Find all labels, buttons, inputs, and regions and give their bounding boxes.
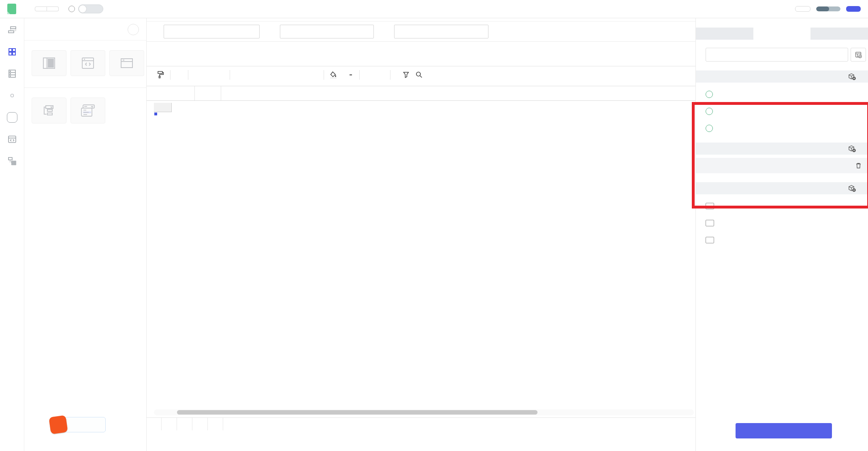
code-window-icon[interactable]: [6, 133, 18, 145]
spreadsheet-grid: [154, 103, 681, 112]
mode-edit-button[interactable]: [816, 6, 829, 11]
spreadsheet-toolbar: [147, 66, 695, 83]
left-icon-rail: [0, 18, 24, 451]
sheet-tab-active[interactable]: [208, 418, 223, 430]
decimal-type-icon: [706, 237, 714, 243]
widget-floating-row-table[interactable]: [109, 50, 144, 79]
datatable-icon[interactable]: [6, 68, 18, 80]
merge-cells-icon: [350, 74, 352, 75]
sheet-filter-bar: [147, 21, 695, 42]
magnifier-icon: [416, 71, 422, 78]
inspector-title: [696, 18, 868, 28]
widget-object-filter[interactable]: [70, 98, 105, 127]
ime-logo[interactable]: [49, 415, 68, 434]
col-setting-item[interactable]: [696, 232, 868, 249]
import-button[interactable]: [35, 6, 47, 11]
sheet-tab-bar: [147, 417, 695, 430]
col-settings-list: [696, 194, 868, 249]
cell-name-box[interactable]: [147, 86, 194, 100]
sheet-tab[interactable]: [192, 418, 208, 430]
help-icon[interactable]: [68, 6, 75, 12]
merge-cells-dropdown[interactable]: [350, 74, 353, 75]
sheet-tab[interactable]: [177, 418, 192, 430]
col-setting-item[interactable]: [696, 198, 868, 215]
funnel-icon: [403, 72, 409, 78]
filter-funnel-dropdown[interactable]: [403, 72, 410, 78]
cube-add-icon: [848, 185, 856, 192]
tab-basic-info[interactable]: [696, 28, 753, 40]
collapse-panel-button[interactable]: [128, 24, 139, 35]
font-color-dropdown[interactable]: [316, 74, 318, 75]
select-all-corner[interactable]: [154, 103, 172, 112]
edit-use-toggle: [816, 6, 840, 11]
string-type-icon: [706, 203, 714, 209]
col-setting-item[interactable]: [696, 215, 868, 232]
filter-field-period[interactable]: [696, 120, 868, 137]
widget-dynamic-table[interactable]: [32, 50, 66, 79]
horizontal-scrollbar-thumb[interactable]: [177, 410, 537, 415]
check-circle-icon: [706, 91, 713, 98]
layers-icon[interactable]: [6, 24, 18, 36]
cube-add-icon: [848, 145, 856, 152]
column-header-row: [154, 103, 681, 112]
flow-table-icon[interactable]: [6, 155, 18, 167]
js-script-icon[interactable]: [6, 111, 18, 123]
table-check-icon: [855, 51, 862, 58]
widget-dynamic-table-script[interactable]: [70, 50, 105, 79]
widget-dimension-filter[interactable]: [32, 98, 66, 127]
filter-fields-list: [696, 83, 868, 137]
filter-period-select[interactable]: [394, 25, 488, 38]
filter-field-year[interactable]: [696, 86, 868, 103]
check-circle-icon: [706, 125, 713, 132]
file-icon: [7, 4, 16, 14]
ime-toolbar: [50, 416, 106, 433]
tab-theme-style[interactable]: [810, 28, 868, 40]
toggle-knob: [79, 5, 86, 13]
inspector-panel: [695, 18, 868, 451]
selection-fill-handle[interactable]: [154, 112, 158, 116]
filter-company-select[interactable]: [164, 25, 260, 38]
formula-bar: [147, 86, 695, 101]
filter-fields-section-header[interactable]: [696, 70, 868, 83]
filter-year-select[interactable]: [280, 25, 374, 38]
cube-add-icon: [848, 73, 856, 80]
fill-color-icon: [330, 71, 337, 79]
import-export-group: [35, 6, 59, 11]
calc-mode-toggle[interactable]: [78, 4, 103, 13]
sheet-tab[interactable]: [161, 418, 177, 430]
fill-color-dropdown[interactable]: [330, 71, 338, 79]
zoom-search-dropdown[interactable]: [416, 71, 424, 78]
tab-structure-settings[interactable]: [753, 28, 811, 40]
save-button[interactable]: [846, 6, 861, 12]
btn-glyph: [11, 94, 14, 97]
delete-icon[interactable]: [855, 162, 862, 169]
main-area: [147, 18, 695, 451]
string-type-icon: [706, 220, 714, 226]
batch-edit-config-button[interactable]: [795, 6, 810, 12]
variable-icon[interactable]: [6, 177, 18, 189]
row-setting-account[interactable]: [696, 158, 868, 173]
check-circle-icon: [706, 108, 713, 115]
components-grid-icon[interactable]: [6, 46, 18, 58]
col-settings-section-header[interactable]: [696, 182, 868, 194]
top-bar: [0, 0, 868, 18]
topbar-right: [795, 6, 861, 12]
inspector-tabs: [696, 28, 868, 40]
horizontal-scrollbar[interactable]: [154, 409, 694, 415]
temp-preview-button[interactable]: [736, 423, 832, 438]
datasource-select-button[interactable]: [851, 48, 866, 62]
datasource-input[interactable]: [706, 48, 848, 62]
row-settings-section-header[interactable]: [696, 143, 868, 155]
button-widget-icon[interactable]: [6, 89, 18, 102]
js-glyph: [7, 112, 17, 123]
selection-outline: [154, 112, 156, 114]
export-button[interactable]: [47, 6, 59, 11]
filter-field-entity[interactable]: [696, 103, 868, 120]
widget-panel: [24, 18, 147, 451]
format-painter-icon[interactable]: [157, 71, 164, 79]
